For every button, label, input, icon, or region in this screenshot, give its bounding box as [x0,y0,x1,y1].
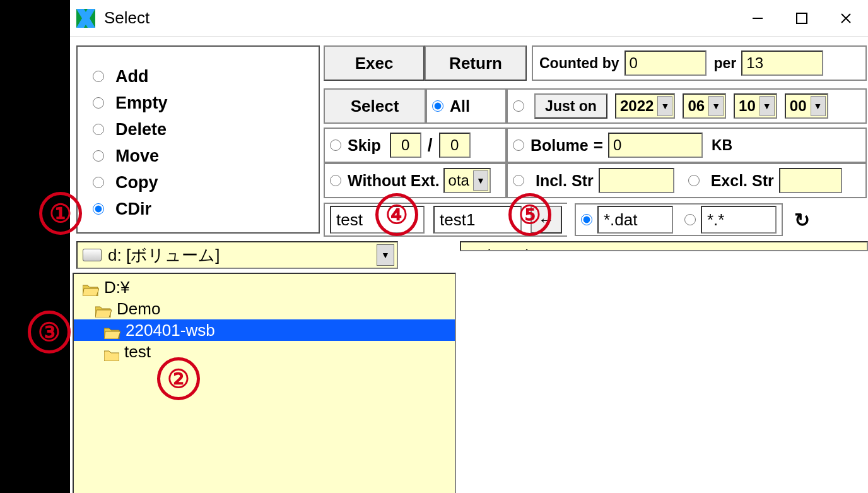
counted-by-label: Counted by [539,55,619,72]
bolume-group: Bolume = KB [507,128,867,163]
skip-label: Skip [348,136,381,155]
bolume-label: Bolume [531,136,589,155]
all-option[interactable]: All [426,88,507,124]
svg-marker-12 [104,331,120,339]
action-cdir[interactable]: CDir [93,196,307,222]
content-area: Add Empty Delete Move Copy CDir Exec Ret… [70,37,868,45]
filter-dat-radio[interactable] [581,214,592,225]
swap-icon: ↔ [538,210,554,230]
action-label: Add [115,67,148,86]
chevron-down-icon: ▼ [473,170,488,191]
skip-radio[interactable] [330,140,341,151]
filter-group [575,203,783,236]
close-button[interactable] [824,3,868,34]
maximize-icon [796,13,807,24]
action-label: Move [115,146,159,166]
action-label: Empty [115,93,168,113]
minimize-icon [751,12,764,25]
counted-by-input[interactable] [625,50,707,76]
incl-excl-group: Incl. Str Excl. Str [507,163,867,198]
titlebar: Select [70,0,868,37]
excl-input[interactable] [779,168,842,193]
action-move[interactable]: Move [93,143,307,169]
return-button[interactable]: Return [425,45,527,81]
minimize-button[interactable] [736,3,780,34]
tree-item-label: Demo [117,299,160,319]
refresh-button[interactable]: ↻ [788,206,816,234]
juston-button[interactable]: Just on [534,93,607,119]
eq-label: = [594,136,603,155]
tree-item[interactable]: test [74,341,455,362]
svg-marker-8 [83,288,99,296]
action-label: CDir [115,199,151,219]
refresh-icon: ↻ [794,209,810,231]
juston-radio[interactable] [513,100,524,112]
file-item[interactable]: wsb01.dat [467,246,860,251]
incl-label: Incl. Str [536,172,594,190]
day-combo[interactable]: 10▼ [734,93,777,119]
counted-by-group: Counted by per [532,45,867,81]
folder-open-icon [83,281,99,294]
skip-a-input[interactable] [390,133,421,158]
swap-button[interactable]: ↔ [531,206,562,234]
action-empty[interactable]: Empty [93,90,307,116]
file-list[interactable]: wsb01.datwsb02.datwsb03.datwsb04.datwsb0… [460,241,868,251]
drive-icon [83,249,102,261]
folder-closed-icon [104,346,119,357]
action-delete[interactable]: Delete [93,116,307,143]
incl-radio[interactable] [513,175,524,186]
svg-marker-10 [95,310,112,318]
kb-label: KB [712,137,732,154]
select-button[interactable]: Select [324,88,426,124]
hour-combo[interactable]: 00▼ [785,93,828,119]
year-combo[interactable]: 2022▼ [615,93,675,119]
tree-item[interactable]: Demo [74,298,455,319]
chevron-down-icon: ▼ [760,96,775,116]
window-left-gutter [0,0,70,493]
folder-open-icon [104,324,120,336]
action-add[interactable]: Add [93,63,307,90]
chevron-down-icon: ▼ [377,244,394,266]
maximize-button[interactable] [780,3,824,34]
skip-slash: / [428,135,433,155]
all-label: All [450,97,470,116]
chevron-down-icon: ▼ [708,96,724,116]
chevron-down-icon: ▼ [657,96,672,116]
tree-item-label: D:¥ [104,278,129,297]
excl-radio[interactable] [688,175,700,186]
svg-marker-13 [104,351,119,361]
app-icon [76,9,95,28]
action-copy[interactable]: Copy [93,169,307,196]
action-label: Delete [115,120,167,140]
close-icon [840,12,852,25]
skip-b-input[interactable] [439,133,471,158]
dst-name-input[interactable] [433,206,522,234]
action-label: Copy [115,173,158,193]
exec-button[interactable]: Exec [324,45,425,81]
drive-label: d: [ボリューム] [108,244,220,266]
without-ext-radio[interactable] [330,175,341,186]
month-combo[interactable]: 06▼ [683,93,726,119]
action-radio-group: Add Empty Delete Move Copy CDir [76,45,320,234]
skip-group: Skip / [324,128,507,163]
src-name-input[interactable] [330,206,425,234]
filter-all-input[interactable] [701,206,777,234]
filter-dat-input[interactable] [597,206,673,234]
tree-item[interactable]: 220401-wsb [74,319,455,341]
date-group: Just on 2022▼ 06▼ 10▼ 00▼ [507,88,867,124]
per-input[interactable] [741,50,823,76]
tree-item-label: 220401-wsb [126,321,215,340]
folder-tree[interactable]: D:¥Demo220401-wsbtest [73,273,456,493]
svg-rect-4 [797,13,807,23]
filter-all-radio[interactable] [684,214,696,225]
bolume-radio[interactable] [513,140,524,151]
per-label: per [714,55,737,72]
drive-combo[interactable]: d: [ボリューム] ▼ [76,241,398,269]
incl-input[interactable] [599,168,674,193]
bolume-input[interactable] [608,133,703,158]
without-ext-label: Without Ext. [348,172,440,190]
excl-label: Excl. Str [711,172,774,190]
without-ext-combo[interactable]: ota▼ [443,168,491,193]
window-title: Select [104,8,150,28]
tree-item[interactable]: D:¥ [74,276,455,298]
